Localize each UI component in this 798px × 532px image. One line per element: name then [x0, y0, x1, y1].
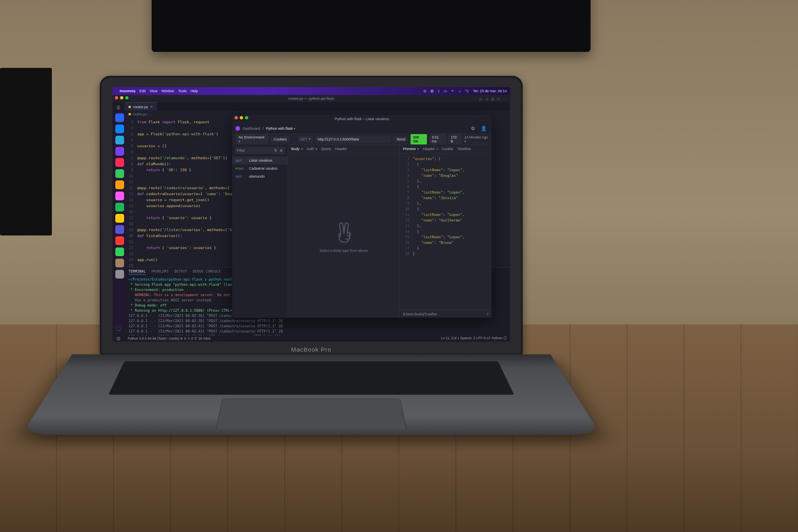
response-size: 172 B [448, 134, 462, 144]
laptop-screen: Insomnia Edit View Window Tools Help ⊙ ⊞… [113, 87, 510, 342]
close-tab-icon[interactable]: × [150, 105, 153, 109]
request-item[interactable]: POSTCadastrar usuário [232, 164, 288, 172]
filter-placeholder: Filter [237, 148, 245, 152]
send-button[interactable]: Send [393, 136, 408, 142]
bluetooth-icon[interactable]: ᚼ [438, 89, 440, 93]
insomnia-logo-icon[interactable] [235, 126, 240, 131]
tab-query[interactable]: Query [321, 147, 331, 151]
response-filter[interactable]: $.store.books[*].author ? [400, 310, 492, 318]
layout-icon[interactable]: □ [497, 96, 500, 103]
vscode-titlebar: routes.py — python-api-flask ▷ ⎌ ⎙ □ ⋯ [113, 95, 510, 102]
wifi-icon[interactable]: ᯤ [451, 89, 455, 93]
vscode-title: routes.py — python-api-flask [288, 97, 334, 101]
add-request-icon[interactable]: ⊕ [280, 148, 283, 152]
menubar-item[interactable]: Window [161, 89, 174, 93]
empty-body-state: Select a body type from above [288, 154, 399, 318]
dock-app-icon[interactable] [115, 169, 124, 178]
menubar-item[interactable]: Edit [140, 89, 146, 93]
editor-tabbar: routes.py × [124, 102, 510, 111]
method-dropdown[interactable]: GET [298, 136, 313, 142]
menubar-app-name[interactable]: Insomnia [120, 89, 136, 93]
dock-app-icon[interactable] [115, 113, 124, 122]
dock-app-icon[interactable] [115, 236, 124, 245]
tab-timeline[interactable]: Timeline [457, 147, 471, 151]
run-icon[interactable]: ▷ [480, 96, 483, 103]
menubar-item[interactable]: View [150, 89, 157, 93]
split-icon[interactable]: ⎌ [486, 96, 488, 103]
dock-app-icon[interactable] [115, 136, 124, 144]
request-item[interactable]: GETListar usuários [232, 156, 288, 164]
tab-preview[interactable]: Preview [403, 147, 419, 151]
menubar-clock[interactable]: Ter. 23 de mar. 09:14 [473, 89, 507, 93]
menubar-item[interactable]: Help [190, 89, 198, 93]
dock-app-icon[interactable] [115, 147, 124, 156]
dock-app-icon[interactable] [115, 125, 124, 133]
account-icon[interactable]: 👤 [479, 126, 488, 131]
project-dropdown[interactable]: Python with flask [266, 127, 296, 131]
settings-gear-icon[interactable]: ⚙ [469, 126, 477, 131]
tab-routes-py[interactable]: routes.py × [124, 102, 157, 111]
explorer-icon[interactable]: 🗎 [116, 105, 121, 111]
minimize-icon[interactable] [240, 116, 243, 119]
tab-auth[interactable]: Auth [307, 147, 318, 151]
dock-app-icon[interactable] [115, 259, 124, 267]
filter-help-icon[interactable]: ? [486, 312, 488, 316]
tab-header[interactable]: Header [335, 147, 347, 151]
dock-app-icon[interactable] [115, 270, 124, 279]
panel-tab-output[interactable]: OUTPUT [174, 269, 188, 275]
insomnia-window: Python with flask – Listar usuários Dash… [232, 115, 492, 318]
tab-resp-header[interactable]: Header 4 [423, 147, 438, 151]
battery-icon[interactable]: ▭ [444, 89, 447, 93]
laptop-keyboard [22, 354, 601, 435]
insomnia-title: Python with flask – Listar usuários [335, 117, 389, 121]
panel-tab-problems[interactable]: PROBLEMS [151, 269, 168, 275]
dock-app-icon[interactable] [115, 158, 124, 167]
dock-app-icon[interactable] [115, 247, 124, 256]
search-icon[interactable]: ⌕ [459, 89, 461, 93]
panel-tab-terminal[interactable]: TERMINAL [128, 269, 146, 275]
status-left[interactable]: Python 3.8.5 64-bit ('base': conda) ⊘ 0 … [128, 336, 210, 340]
request-editor: Body Auth Query Header [288, 144, 400, 318]
status-icon[interactable]: ⊞ [431, 89, 434, 93]
dock-app-icon[interactable] [115, 203, 124, 212]
dock-app-icon[interactable] [115, 192, 124, 200]
close-icon[interactable] [115, 96, 118, 99]
request-label: Cadastrar usuário [249, 166, 278, 170]
filter-input[interactable]: Filter ⇅ ⊕ [235, 147, 285, 154]
environment-dropdown[interactable]: No Environment [235, 134, 268, 144]
minimize-icon[interactable] [120, 96, 123, 99]
request-tabs: Body Auth Query Header [288, 144, 399, 154]
history-dropdown[interactable]: 14 Minutes Ago [464, 135, 488, 143]
laptop-screen-frame: Insomnia Edit View Window Tools Help ⊙ ⊞… [100, 76, 523, 355]
cookies-button[interactable]: Cookies [271, 136, 290, 142]
request-method-badge: GET [235, 175, 247, 178]
panel-tab-debug[interactable]: DEBUG CONSOLE [193, 269, 221, 275]
zoom-icon[interactable] [125, 96, 128, 99]
zoom-icon[interactable] [245, 116, 248, 119]
request-bar: No Environment Cookies GET http://127.0.… [232, 134, 492, 144]
response-pane: Preview Header 4 Cookie Timeline 1"usuar… [400, 144, 492, 318]
menubar-item[interactable]: Tools [178, 89, 186, 93]
tab-cookie[interactable]: Cookie [442, 147, 453, 151]
request-sidebar: Filter ⇅ ⊕ GETListar usuáriosPOSTCadastr… [232, 144, 288, 318]
insomnia-header: Dashboard / Python with flask ⚙ 👤 [232, 123, 492, 134]
close-icon[interactable] [235, 116, 238, 119]
dock-app-icon[interactable] [115, 225, 124, 234]
status-icon[interactable]: ⊙ [423, 89, 427, 93]
dashboard-link[interactable]: Dashboard [243, 127, 260, 131]
dock-app-icon[interactable] [115, 180, 124, 189]
settings-gear-icon[interactable]: ⚙ [116, 336, 121, 342]
response-body[interactable]: 1"usuarios": [ 2 { 3 "lastName": "Lopes"… [400, 154, 492, 310]
secondary-monitor-edge [0, 68, 52, 235]
control-center-icon[interactable]: ⌥ [465, 89, 469, 93]
tab-body[interactable]: Body [291, 147, 303, 151]
url-input[interactable]: http://127.0.0.1:5000/listar [315, 136, 391, 143]
diff-icon[interactable]: ⎙ [492, 96, 494, 103]
request-method-badge: POST [235, 167, 247, 170]
more-icon[interactable]: ⋯ [503, 96, 507, 103]
dock-app-icon[interactable] [115, 214, 124, 223]
status-right[interactable]: Ln 11, Col 1 Spaces: 2 UTF-8 LF Python ⓘ [441, 336, 507, 341]
filter-sort-icon[interactable]: ⇅ [274, 148, 277, 152]
insomnia-titlebar: Python with flask – Listar usuários [232, 115, 492, 123]
request-item[interactable]: GETolamundo [232, 172, 288, 180]
